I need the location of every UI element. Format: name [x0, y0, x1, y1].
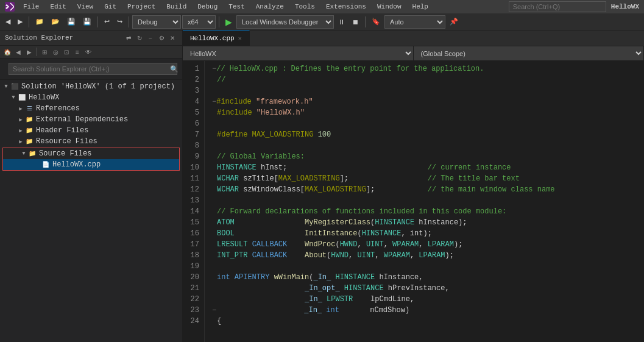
- type-15b: HINSTANCE: [375, 217, 414, 228]
- code-line-9: // Global Variables:: [212, 151, 644, 162]
- type-11: WCHAR: [217, 173, 239, 184]
- menu-bar: File Edit View Git Project Build Debug T…: [18, 2, 433, 12]
- menu-tools[interactable]: Tools: [290, 2, 320, 12]
- kw-18: CALLBACK: [252, 250, 288, 261]
- code-line-10: HINSTANCE hInst; // current instance: [212, 162, 644, 173]
- line-num-3: 3: [185, 85, 199, 96]
- se-sep: [37, 48, 37, 56]
- se-sync-button[interactable]: ⇄: [124, 33, 133, 43]
- text-22b: [322, 294, 327, 305]
- debug-config-dropdown[interactable]: Debug: [132, 15, 181, 29]
- menu-test[interactable]: Test: [224, 2, 249, 12]
- back-button[interactable]: ◀: [2, 15, 13, 29]
- menu-project[interactable]: Project: [122, 2, 160, 12]
- menu-view[interactable]: View: [73, 2, 98, 12]
- menu-extensions[interactable]: Extensions: [321, 2, 371, 12]
- text-22a: [217, 294, 305, 305]
- menu-help[interactable]: Help: [408, 2, 433, 12]
- open-button[interactable]: 📂: [48, 15, 63, 29]
- text-18b: [287, 250, 305, 261]
- menu-build[interactable]: Build: [161, 2, 191, 12]
- code-line-22: _In_ LPWSTR lpCmdLine,: [212, 294, 644, 305]
- code-line-5: #include "HelloWX.h": [212, 107, 644, 118]
- text-15c: hInstance);: [414, 217, 467, 228]
- solution-explorer-header: Solution Explorer ⇄ ↻ − ⚙ ✕: [0, 30, 182, 46]
- debugger-dropdown[interactable]: Local Windows Debugger: [236, 15, 334, 29]
- bookmark-button[interactable]: 🔖: [369, 15, 383, 29]
- menu-analyze[interactable]: Analyze: [251, 2, 289, 12]
- solution-node[interactable]: ▼ ⬛ Solution 'HelloWX' (1 of 1 project): [0, 81, 182, 92]
- solution-explorer: Solution Explorer ⇄ ↻ − ⚙ ✕ 🏠 ◀ ▶ ⊞ ◎ ⊡ …: [0, 30, 183, 342]
- se-filter-button[interactable]: ⊞: [40, 47, 49, 57]
- string-4: "framework.h": [256, 96, 313, 107]
- text-20d: [331, 272, 335, 283]
- header-files-node[interactable]: ▶ 📁 Header Files: [0, 125, 182, 136]
- auto-dropdown[interactable]: Auto: [384, 15, 445, 29]
- forward-button[interactable]: ▶: [15, 15, 26, 29]
- text-12b: ];: [366, 184, 428, 195]
- arch-dropdown[interactable]: x64: [182, 15, 216, 29]
- new-project-button[interactable]: 📁: [32, 15, 47, 29]
- se-refresh-button[interactable]: ↻: [135, 33, 144, 43]
- code-content[interactable]: − // HelloWX.cpp : Defines the entry poi…: [205, 61, 644, 342]
- se-back-button[interactable]: ◀: [13, 47, 23, 57]
- editor-tab-hellocpp[interactable]: HelloWX.cpp ✕: [183, 30, 250, 46]
- se-collapse-button[interactable]: −: [146, 33, 155, 43]
- line-num-6: 6: [185, 118, 199, 129]
- tab-close-button[interactable]: ✕: [238, 35, 242, 42]
- type-17c: UINT: [366, 239, 384, 250]
- save-button[interactable]: 💾: [64, 15, 79, 29]
- menu-file[interactable]: File: [18, 2, 44, 12]
- se-prop-button[interactable]: ≡: [73, 47, 82, 57]
- se-pending-button[interactable]: ◎: [51, 47, 60, 57]
- func-18: About: [305, 250, 327, 261]
- line-num-11: 11: [185, 173, 199, 184]
- hello-cpp-node[interactable]: 📄 HelloWX.cpp: [3, 159, 179, 170]
- se-settings-button[interactable]: ⚙: [157, 33, 166, 43]
- source-files-node[interactable]: ▼ 📁 Source Files: [3, 148, 179, 159]
- pin-button[interactable]: 📌: [447, 15, 461, 29]
- text-20e: hInstance,: [375, 272, 423, 283]
- se-home-button[interactable]: 🏠: [2, 47, 12, 57]
- se-close-button[interactable]: ✕: [168, 33, 177, 43]
- resource-files-node[interactable]: ▶ 📁 Resource Files: [0, 136, 182, 147]
- redo-button[interactable]: ↪: [114, 15, 126, 29]
- menu-window[interactable]: Window: [372, 2, 406, 12]
- search-input[interactable]: [509, 1, 606, 12]
- code-line-17: LRESULT CALLBACK WndProc ( HWND , UINT ,…: [212, 239, 644, 250]
- menu-edit[interactable]: Edit: [45, 2, 71, 12]
- type-16b: HINSTANCE: [362, 228, 402, 239]
- external-deps-node[interactable]: ▶ 📁 External Dependencies: [0, 114, 182, 125]
- collapse-4[interactable]: −: [212, 96, 216, 107]
- collapse-23[interactable]: −: [212, 305, 216, 316]
- menu-git[interactable]: Git: [99, 2, 121, 12]
- type-17e: LPARAM: [428, 239, 454, 250]
- solution-explorer-search[interactable]: [9, 63, 177, 75]
- scope-right-dropdown[interactable]: (Global Scope): [414, 46, 645, 60]
- type-18b: HWND: [331, 250, 349, 261]
- undo-button[interactable]: ↩: [101, 15, 113, 29]
- save-all-button[interactable]: 💾: [80, 15, 94, 29]
- comment-9: // Global Variables:: [217, 151, 305, 162]
- references-label: References: [36, 104, 80, 113]
- type-17d: WPARAM: [392, 239, 419, 250]
- project-arrow: ▼: [10, 94, 17, 101]
- text-18f: ,: [410, 250, 419, 261]
- start-debug-button[interactable]: ▶: [222, 15, 235, 29]
- se-expand-button[interactable]: ⊡: [62, 47, 71, 57]
- project-node[interactable]: ▼ ⬜ HelloWX: [0, 92, 182, 103]
- pause-button[interactable]: ⏸: [335, 15, 348, 29]
- se-forward-button[interactable]: ▶: [24, 47, 34, 57]
- menu-debug[interactable]: Debug: [193, 2, 222, 12]
- line-num-7: 7: [185, 129, 199, 140]
- separator-4: [219, 16, 219, 27]
- se-preview-button[interactable]: 👁: [83, 47, 93, 57]
- type-16: BOOL: [217, 228, 235, 239]
- macro-11: MAX_LOADSTRING: [278, 173, 340, 184]
- scope-left-dropdown[interactable]: HelloWX: [183, 46, 414, 60]
- text-18e: ,: [375, 250, 383, 261]
- references-node[interactable]: ▶ ☰ References: [0, 103, 182, 114]
- code-line-1: − // HelloWX.cpp : Defines the entry poi…: [212, 63, 644, 74]
- stop-button[interactable]: ⏹: [349, 15, 362, 29]
- collapse-1[interactable]: −: [212, 63, 216, 74]
